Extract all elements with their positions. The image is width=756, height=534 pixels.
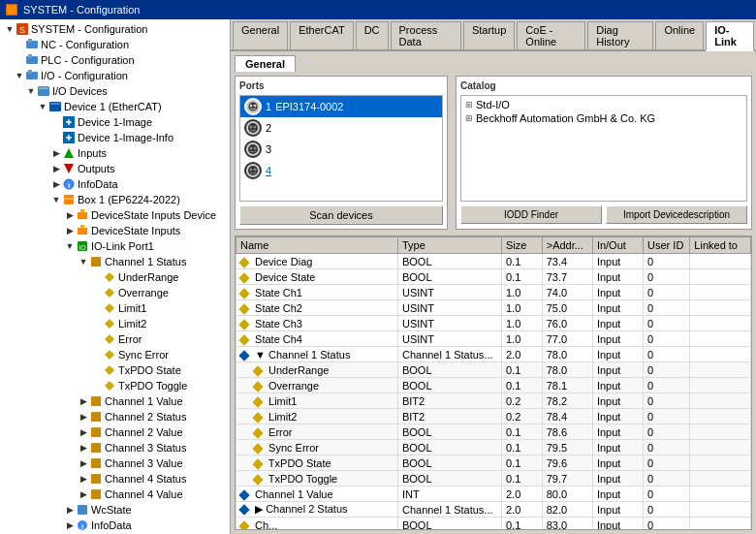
- table-row[interactable]: Limit2 BIT2 0.2 78.4 Input 0: [236, 409, 751, 424]
- tree-item-ch4status[interactable]: ▶ Channel 4 Status: [0, 471, 230, 487]
- tree-item-txpdostate[interactable]: TxPDO State: [0, 362, 230, 378]
- tree-item-dsinputs[interactable]: ▶ DeviceState Inputs: [0, 223, 230, 238]
- col-header-size[interactable]: Size: [501, 237, 542, 254]
- tree-item-error[interactable]: Error: [0, 331, 230, 347]
- table-row[interactable]: Device Diag BOOL 0.1 73.4 Input 0: [236, 254, 751, 269]
- tree-item-iodevices[interactable]: ▼ I/O Devices: [0, 83, 230, 99]
- expand-io[interactable]: ▼: [14, 70, 25, 81]
- tree-item-ch2status[interactable]: ▶ Channel 2 Status: [0, 409, 230, 424]
- tree-item-ch1status[interactable]: ▼ Channel 1 Status: [0, 254, 230, 269]
- table-row[interactable]: Channel 1 Value INT 2.0 80.0 Input 0: [236, 487, 751, 502]
- tab-coe-online[interactable]: CoE - Online: [517, 21, 585, 49]
- col-header-linkedto[interactable]: Linked to: [690, 237, 751, 254]
- port-item-2[interactable]: 2: [240, 117, 442, 139]
- scan-devices-button[interactable]: Scan devices: [239, 205, 443, 225]
- table-row[interactable]: UnderRange BOOL 0.1 78.0 Input 0: [236, 362, 751, 378]
- expand-ch4status[interactable]: ▶: [78, 473, 89, 485]
- expand-ch1value[interactable]: ▶: [78, 395, 89, 407]
- tree-item-ch2value[interactable]: ▶ Channel 2 Value: [0, 424, 230, 440]
- catalog-item-stdio[interactable]: ⊞ Std-I/O: [463, 98, 744, 111]
- tree-item-outputs[interactable]: ▶ Outputs: [0, 161, 230, 176]
- table-row[interactable]: Device State BOOL 0.1 73.7 Input 0: [236, 269, 751, 285]
- tree-item-underrange[interactable]: UnderRange: [0, 269, 230, 285]
- tree-item-nc[interactable]: NC - Configuration: [0, 37, 230, 52]
- expand-iolinkport1[interactable]: ▼: [64, 240, 76, 252]
- catalog-expand-beckhoff[interactable]: ⊞: [465, 113, 473, 123]
- expand-ch4value[interactable]: ▶: [78, 488, 89, 500]
- expand-wcstate[interactable]: ▶: [64, 504, 76, 516]
- tree-item-iolinkport1[interactable]: ▼ IO IO-Link Port1: [0, 238, 230, 254]
- tree-item-overrange[interactable]: Overrange: [0, 285, 230, 300]
- tree-item-txpdotoggle[interactable]: TxPDO Toggle: [0, 378, 230, 393]
- tree-item-inputs[interactable]: ▶ Inputs: [0, 145, 230, 161]
- port-item-1[interactable]: 1 EPI3174-0002: [240, 96, 442, 117]
- tree-item-ch1value[interactable]: ▶ Channel 1 Value: [0, 393, 230, 409]
- table-row[interactable]: Error BOOL 0.1 78.6 Input 0: [236, 424, 751, 440]
- tree-item-box1[interactable]: ▼ Box 1 (EP6224-2022): [0, 192, 230, 207]
- tree-item-syncerror[interactable]: Sync Error: [0, 347, 230, 362]
- col-header-inout[interactable]: In/Out: [592, 237, 643, 254]
- tab-startup[interactable]: Startup: [463, 21, 515, 49]
- expand-ch1status[interactable]: ▼: [78, 256, 89, 267]
- tab-processdata[interactable]: Process Data: [391, 21, 461, 49]
- tab-general[interactable]: General: [233, 21, 288, 49]
- tab-dc[interactable]: DC: [356, 21, 389, 49]
- tree-item-infodata[interactable]: ▶ i InfoData: [0, 176, 230, 192]
- tree-item-device1[interactable]: ▼ Device 1 (EtherCAT): [0, 99, 230, 114]
- tree-item-ch4value[interactable]: ▶ Channel 4 Value: [0, 487, 230, 502]
- catalog-expand-stdio[interactable]: ⊞: [465, 100, 473, 110]
- table-row[interactable]: ▶ Channel 2 Status Channel 1 Status... 2…: [236, 502, 751, 518]
- table-row[interactable]: State Ch1 USINT 1.0 74.0 Input 0: [236, 285, 751, 300]
- expand-infodata2[interactable]: ▶: [64, 519, 76, 531]
- tree-item-ch3status[interactable]: ▶ Channel 3 Status: [0, 440, 230, 455]
- expand-dsinputsdev[interactable]: ▶: [64, 209, 76, 221]
- expand-outputs[interactable]: ▶: [50, 163, 62, 174]
- col-header-type[interactable]: Type: [397, 237, 501, 254]
- table-row[interactable]: Ch... BOOL 0.1 83.0 Input 0: [236, 518, 751, 531]
- col-header-addr[interactable]: >Addr...: [542, 237, 592, 254]
- expand-dsinputs[interactable]: ▶: [64, 225, 76, 236]
- tree-item-ch3value[interactable]: ▶ Channel 3 Value: [0, 455, 230, 471]
- expand-inputs[interactable]: ▶: [50, 147, 62, 159]
- table-row[interactable]: State Ch2 USINT 1.0 75.0 Input 0: [236, 300, 751, 316]
- table-row[interactable]: TxPDO State BOOL 0.1 79.6 Input 0: [236, 455, 751, 471]
- tab-diaghistory[interactable]: Diag History: [587, 21, 653, 49]
- tree-item-wcstate[interactable]: ▶ WcState: [0, 502, 230, 518]
- col-header-name[interactable]: Name: [236, 237, 398, 254]
- tab-online[interactable]: Online: [655, 21, 704, 49]
- table-row[interactable]: Overrange BOOL 0.1 78.1 Input 0: [236, 378, 751, 393]
- expand-ch2value[interactable]: ▶: [78, 426, 89, 438]
- tab-io-link[interactable]: IO-Link: [706, 21, 754, 51]
- table-row[interactable]: Sync Error BOOL 0.1 79.5 Input 0: [236, 440, 751, 455]
- sub-tab-general[interactable]: General: [235, 55, 296, 72]
- expand-box1[interactable]: ▼: [50, 194, 62, 205]
- tree-item-system[interactable]: ▼ S SYSTEM - Configuration: [0, 21, 230, 37]
- tree-item-limit1[interactable]: Limit1: [0, 300, 230, 316]
- table-row[interactable]: ▼ Channel 1 Status Channel 1 Status... 2…: [236, 347, 751, 362]
- import-devicedesc-button[interactable]: Import Devicedescription: [606, 205, 747, 224]
- expand-ch3value[interactable]: ▶: [78, 457, 89, 469]
- tree-item-infodata2[interactable]: ▶ i InfoData: [0, 518, 230, 533]
- table-row[interactable]: State Ch4 USINT 1.0 77.0 Input 0: [236, 331, 751, 347]
- expand-iodevices[interactable]: ▼: [25, 85, 37, 97]
- tree-item-limit2[interactable]: Limit2: [0, 316, 230, 331]
- tree-item-io[interactable]: ▼ I/O - Configuration: [0, 68, 230, 83]
- expand-ch3status[interactable]: ▶: [78, 442, 89, 454]
- port-list[interactable]: 1 EPI3174-0002: [239, 95, 443, 202]
- port-item-4[interactable]: 4: [240, 160, 442, 181]
- expand-ch2status[interactable]: ▶: [78, 411, 89, 423]
- tree-item-d1image[interactable]: Device 1-Image: [0, 114, 230, 130]
- expand-infodata[interactable]: ▶: [50, 178, 62, 190]
- table-row[interactable]: TxPDO Toggle BOOL 0.1 79.7 Input 0: [236, 471, 751, 487]
- iodd-finder-button[interactable]: IODD Finder: [460, 205, 602, 224]
- table-row[interactable]: State Ch3 USINT 1.0 76.0 Input 0: [236, 316, 751, 331]
- expand-device1[interactable]: ▼: [37, 101, 48, 112]
- data-table-container[interactable]: Name Type Size >Addr... In/Out User ID L…: [235, 236, 752, 530]
- tree-item-dsinputsdev[interactable]: ▶ DeviceState Inputs Device: [0, 207, 230, 223]
- tree-item-plc[interactable]: PLC - Configuration: [0, 52, 230, 68]
- tab-ethercat[interactable]: EtherCAT: [290, 21, 353, 49]
- tree-item-d1imageinfo[interactable]: Device 1-Image-Info: [0, 130, 230, 145]
- catalog-list[interactable]: ⊞ Std-I/O ⊞ Beckhoff Automation GmbH & C…: [460, 95, 747, 202]
- expand-system[interactable]: ▼: [4, 23, 16, 35]
- port-item-3[interactable]: 3: [240, 139, 442, 160]
